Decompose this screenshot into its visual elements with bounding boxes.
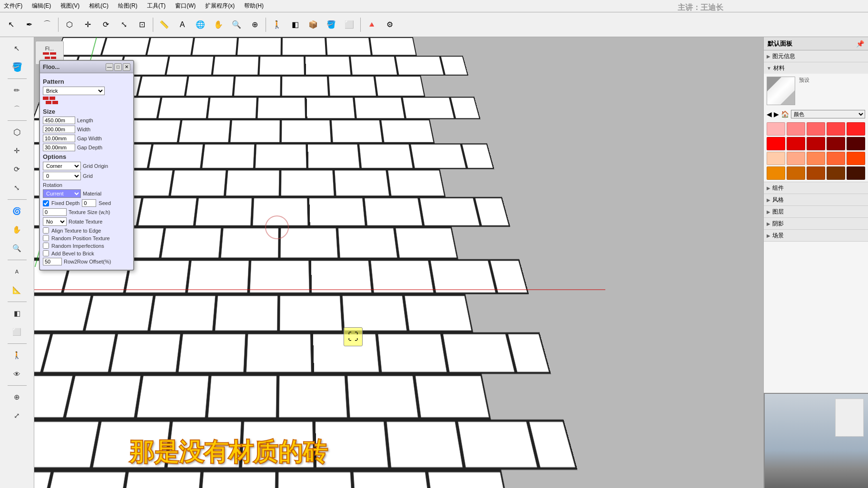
zoom-extent-tool[interactable]: ⊕ bbox=[247, 17, 263, 33]
tool-extra2[interactable]: ⤢ bbox=[7, 407, 28, 424]
plugin-titlebar[interactable]: Floo... — □ ✕ bbox=[40, 61, 133, 73]
color-mode-select[interactable]: 颜色 bbox=[791, 110, 865, 118]
row2row-input[interactable] bbox=[43, 258, 62, 265]
viewport[interactable]: ⛶ 那是没有材质的砖 Fl... Floo... — □ ✕ bbox=[34, 37, 763, 488]
move-tool[interactable]: ✛ bbox=[79, 17, 96, 33]
color-swatch[interactable] bbox=[787, 137, 805, 150]
menu-camera[interactable]: 相机(C) bbox=[87, 1, 110, 11]
tool-measure[interactable]: 📐 bbox=[7, 282, 28, 299]
tool-paint[interactable]: 🪣 bbox=[7, 59, 28, 76]
tool-orbit[interactable]: 🌀 bbox=[7, 203, 28, 220]
menu-view[interactable]: 视图(V) bbox=[59, 1, 81, 11]
section-materials-header[interactable]: ▼ 材料 bbox=[764, 62, 868, 74]
grid-origin-select[interactable]: CornerCenter bbox=[43, 162, 81, 170]
section-styles-header[interactable]: ▶ 风格 bbox=[764, 194, 868, 205]
paint-tool[interactable]: 🪣 bbox=[323, 17, 339, 33]
window-restore-button[interactable]: □ bbox=[114, 63, 122, 71]
walk-tool[interactable]: 🚶 bbox=[269, 17, 285, 33]
color-swatch[interactable] bbox=[767, 152, 785, 165]
gap-depth-input[interactable] bbox=[43, 144, 75, 151]
pencil-tool[interactable]: ✒ bbox=[21, 17, 37, 33]
tape-tool[interactable]: 📏 bbox=[156, 17, 172, 33]
window-minimize-button[interactable]: — bbox=[106, 63, 113, 71]
rotate-tool[interactable]: ⟳ bbox=[98, 17, 114, 33]
push-pull-tool[interactable]: ⬡ bbox=[61, 17, 78, 33]
color-swatch[interactable] bbox=[847, 122, 865, 136]
tool-walk[interactable]: 🚶 bbox=[7, 347, 28, 364]
tool-eye[interactable]: 👁 bbox=[7, 365, 28, 382]
add-bevel-checkbox[interactable] bbox=[43, 250, 49, 256]
select-tool[interactable]: ↖ bbox=[3, 17, 19, 33]
section-shadows-header[interactable]: ▶ 阴影 bbox=[764, 218, 868, 229]
tool-zoom[interactable]: 🔍 bbox=[7, 240, 28, 257]
color-swatch[interactable] bbox=[807, 152, 825, 165]
color-swatch[interactable] bbox=[827, 137, 845, 150]
color-swatch[interactable] bbox=[827, 152, 845, 165]
texture-size-input[interactable] bbox=[43, 208, 67, 216]
section-entity-info-header[interactable]: ▶ 图元信息 bbox=[764, 50, 868, 62]
sandbox-tool[interactable]: 🔺 bbox=[364, 17, 380, 33]
component-tool[interactable]: 📦 bbox=[305, 17, 321, 33]
section-tool[interactable]: ◧ bbox=[287, 17, 303, 33]
menu-edit[interactable]: 编辑(E) bbox=[30, 1, 53, 11]
fixed-depth-checkbox[interactable] bbox=[43, 200, 49, 206]
color-swatch[interactable] bbox=[847, 166, 865, 180]
tool-eraser[interactable]: ⬜ bbox=[7, 323, 28, 341]
color-swatch[interactable] bbox=[767, 137, 785, 150]
color-swatch[interactable] bbox=[807, 166, 825, 180]
menu-file[interactable]: 文件(F) bbox=[2, 1, 24, 11]
tool-text[interactable]: A bbox=[7, 263, 28, 280]
color-back-button[interactable]: ◀ bbox=[767, 110, 772, 118]
pattern-select[interactable]: Brick Herringbone Running Bond bbox=[43, 87, 105, 95]
color-swatch[interactable] bbox=[807, 122, 825, 136]
orbit-tool[interactable]: 🌐 bbox=[192, 17, 208, 33]
tool-rotate[interactable]: ⟳ bbox=[7, 161, 28, 178]
width-input[interactable] bbox=[43, 126, 75, 133]
tool-section[interactable]: ◧ bbox=[7, 305, 28, 322]
color-swatch[interactable] bbox=[827, 122, 845, 136]
tool-scale[interactable]: ⤡ bbox=[7, 179, 28, 196]
menu-draw[interactable]: 绘图(R) bbox=[116, 1, 139, 11]
length-input[interactable] bbox=[43, 117, 75, 124]
menu-tools[interactable]: 工具(T) bbox=[145, 1, 168, 11]
rotate-texture-select[interactable]: NoYes bbox=[43, 217, 67, 226]
grid-select[interactable]: 012 bbox=[43, 172, 81, 180]
tool-move[interactable]: ✛ bbox=[7, 142, 28, 159]
section-components-header[interactable]: ▶ 组件 bbox=[764, 182, 868, 194]
color-swatch[interactable] bbox=[807, 137, 825, 150]
pan-tool[interactable]: ✋ bbox=[210, 17, 227, 33]
random-position-checkbox[interactable] bbox=[43, 235, 49, 241]
tool-extra1[interactable]: ⊕ bbox=[7, 389, 28, 406]
color-swatch[interactable] bbox=[767, 122, 785, 136]
eraser-tool[interactable]: ⬜ bbox=[341, 17, 357, 33]
color-swatch[interactable] bbox=[847, 152, 865, 165]
offset-tool[interactable]: ⊡ bbox=[134, 17, 150, 33]
section-scenes-header[interactable]: ▶ 场景 bbox=[764, 230, 868, 241]
section-layers-header[interactable]: ▶ 图层 bbox=[764, 206, 868, 217]
material-select[interactable]: CurrentNone bbox=[43, 189, 81, 198]
arc-tool[interactable]: ⌒ bbox=[39, 17, 55, 33]
random-imperfections-checkbox[interactable] bbox=[43, 243, 49, 249]
window-close-button[interactable]: ✕ bbox=[123, 63, 130, 71]
text-tool[interactable]: A bbox=[174, 17, 190, 33]
align-texture-checkbox[interactable] bbox=[43, 227, 49, 234]
tool-pencil[interactable]: ✏ bbox=[7, 82, 28, 99]
color-forward-button[interactable]: ▶ bbox=[774, 110, 779, 118]
color-swatch[interactable] bbox=[787, 122, 805, 136]
fixed-depth-value-input[interactable] bbox=[82, 199, 96, 207]
color-swatch[interactable] bbox=[787, 152, 805, 165]
right-panel-pin-icon[interactable]: 📌 bbox=[856, 40, 864, 48]
scale-tool[interactable]: ⤡ bbox=[116, 17, 132, 33]
color-swatch[interactable] bbox=[827, 166, 845, 180]
menu-extensions[interactable]: 扩展程序(x) bbox=[203, 1, 237, 11]
color-swatch[interactable] bbox=[787, 166, 805, 180]
color-home-button[interactable]: 🏠 bbox=[781, 110, 789, 118]
menu-window[interactable]: 窗口(W) bbox=[173, 1, 197, 11]
color-swatch[interactable] bbox=[767, 166, 785, 180]
tool-pushpull[interactable]: ⬡ bbox=[7, 124, 28, 141]
tool-select[interactable]: ↖ bbox=[7, 40, 28, 57]
dynamic-tool[interactable]: ⚙ bbox=[382, 17, 398, 33]
gap-width-input[interactable] bbox=[43, 135, 75, 142]
tool-pan[interactable]: ✋ bbox=[7, 221, 28, 238]
color-swatch[interactable] bbox=[847, 137, 865, 150]
